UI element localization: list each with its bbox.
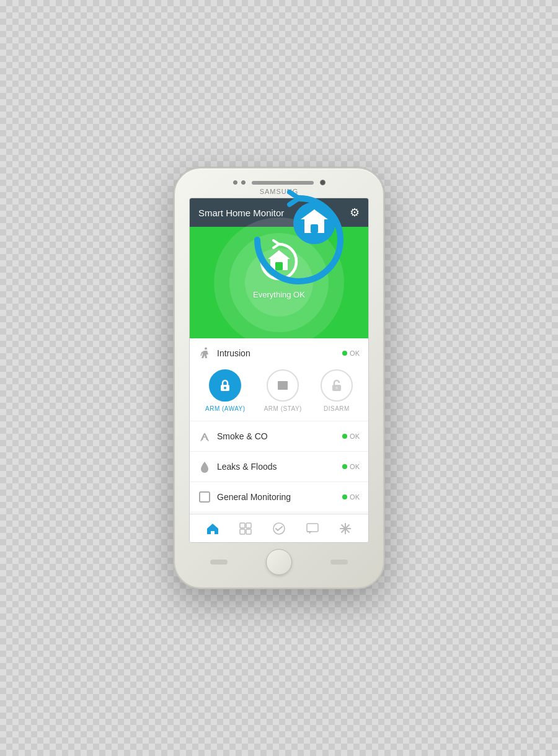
general-status: OK <box>342 493 360 501</box>
speaker-grille <box>252 181 314 185</box>
svg-rect-3 <box>311 224 318 233</box>
general-monitoring-item[interactable]: General Monitoring OK <box>190 482 368 512</box>
disarm-icon <box>321 369 353 402</box>
svg-rect-20 <box>246 529 251 534</box>
smoke-co-item[interactable]: Smoke & CO OK <box>190 421 368 452</box>
intrusion-status-dot <box>342 351 347 356</box>
back-pill[interactable] <box>210 560 228 565</box>
leaks-status-text: OK <box>350 463 360 470</box>
disarm-label: DISARM <box>324 405 350 412</box>
recents-pill[interactable] <box>330 560 348 565</box>
arm-away-button[interactable]: ARM (AWAY) <box>205 369 246 412</box>
bottom-nav <box>190 514 368 542</box>
svg-rect-16 <box>200 492 210 502</box>
scene: SAMSUNG Smart Home Monitor ⚙ <box>174 167 384 589</box>
home-button-bar <box>179 549 379 575</box>
general-status-dot <box>342 494 347 499</box>
arm-stay-icon <box>267 369 299 402</box>
intrusion-label: Intrusion <box>217 348 336 358</box>
smartthings-logo <box>245 186 353 297</box>
svg-point-9 <box>224 387 226 389</box>
arm-away-icon <box>209 369 241 402</box>
intrusion-section: Intrusion OK <box>190 338 368 421</box>
general-status-text: OK <box>350 493 360 501</box>
svg-rect-17 <box>240 523 245 528</box>
list-area: Intrusion OK <box>190 338 368 514</box>
leaks-floods-item[interactable]: Leaks & Floods OK <box>190 452 368 482</box>
arm-stay-button[interactable]: ARM (STAY) <box>264 369 302 412</box>
svg-point-7 <box>205 348 207 350</box>
general-monitoring-label: General Monitoring <box>217 492 336 502</box>
arm-stay-label: ARM (STAY) <box>264 405 302 412</box>
home-physical-button[interactable] <box>266 549 292 575</box>
nav-home-button[interactable] <box>202 517 224 540</box>
leaks-status: OK <box>342 463 360 470</box>
intrusion-status-text: OK <box>350 349 360 357</box>
phone-bottom-controls <box>179 543 379 575</box>
smoke-co-label: Smoke & CO <box>217 431 336 441</box>
svg-rect-13 <box>280 384 285 390</box>
leaks-floods-label: Leaks & Floods <box>217 462 336 472</box>
smoke-status: OK <box>342 433 360 440</box>
svg-rect-19 <box>240 529 245 534</box>
intrusion-status: OK <box>342 349 360 357</box>
leaks-icon <box>198 460 211 473</box>
svg-rect-18 <box>246 523 251 528</box>
general-monitoring-icon <box>198 491 211 503</box>
camera-dot-1 <box>233 180 237 185</box>
disarm-button[interactable]: DISARM <box>321 369 353 412</box>
intrusion-icon <box>198 347 211 359</box>
arm-away-label: ARM (AWAY) <box>205 405 246 412</box>
arm-buttons-group: ARM (AWAY) <box>190 364 368 421</box>
leaks-status-dot <box>342 464 347 469</box>
nav-tasks-button[interactable] <box>268 517 290 540</box>
svg-point-15 <box>335 387 338 389</box>
smoke-status-text: OK <box>350 433 360 440</box>
smoke-status-dot <box>342 434 347 439</box>
nav-settings-button[interactable] <box>334 517 356 540</box>
nav-grid-button[interactable] <box>234 517 257 540</box>
svg-rect-22 <box>307 524 318 532</box>
nav-messages-button[interactable] <box>301 517 324 540</box>
camera-dot-2 <box>241 180 246 185</box>
front-camera <box>320 180 326 185</box>
smoke-icon <box>198 430 211 442</box>
